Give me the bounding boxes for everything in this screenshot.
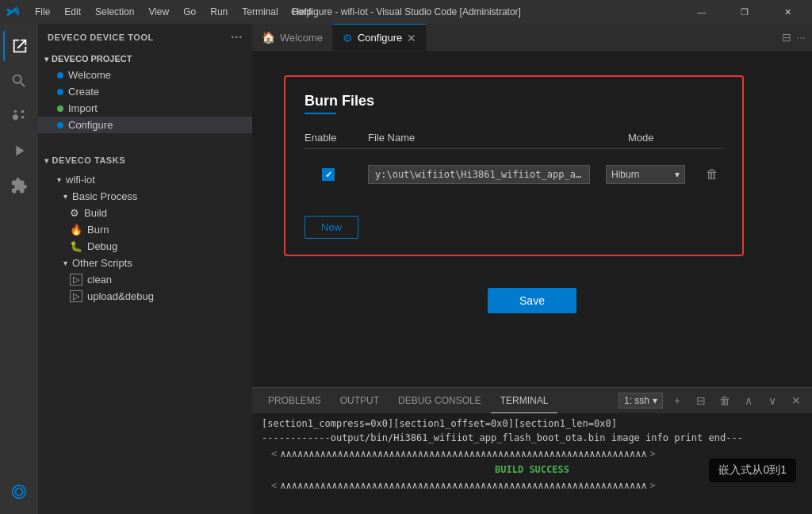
- burn-files-panel: Burn Files Enable File Name Mode ✓ y:\ou…: [284, 75, 744, 256]
- sidebar-item-wifi-iot[interactable]: ▾ wifi-iot: [38, 171, 252, 188]
- basic-process-chevron-icon: ▾: [63, 192, 67, 201]
- other-scripts-chevron-icon: ▾: [63, 259, 67, 267]
- build-success-line: BUILD SUCCESS: [262, 462, 802, 477]
- tab-configure[interactable]: ⚙ Configure ✕: [333, 24, 427, 51]
- sidebar-item-other-scripts[interactable]: ▾ Other Scripts: [38, 255, 252, 271]
- welcome-tab-label: Welcome: [280, 32, 323, 44]
- terminal-close-button[interactable]: ✕: [787, 391, 806, 410]
- sidebar-item-import[interactable]: Import: [38, 100, 252, 117]
- deveco-tool-label: DEVECO DEVICE TOOL: [48, 33, 154, 42]
- tab-problems[interactable]: PROBLEMS: [259, 388, 331, 413]
- explorer-activity-icon[interactable]: [3, 30, 35, 62]
- clean-label: clean: [87, 274, 112, 286]
- tab-output[interactable]: OUTPUT: [331, 388, 389, 413]
- sidebar-item-create[interactable]: Create: [38, 83, 252, 100]
- terminal-up-button[interactable]: ∧: [739, 391, 758, 410]
- configure-tab-close-button[interactable]: ✕: [407, 32, 416, 44]
- tab-terminal[interactable]: TERMINAL: [491, 388, 558, 413]
- terminal-session-label: 1: ssh: [624, 395, 649, 406]
- terminal-trash-button[interactable]: 🗑: [715, 391, 734, 410]
- menu-bar: File Edit Selection View Go Run Terminal…: [29, 5, 318, 19]
- burn-delete-button[interactable]: 🗑: [701, 163, 723, 186]
- scroll-left-icon[interactable]: <: [271, 448, 277, 459]
- sidebar-item-build[interactable]: ⚙ Build: [38, 205, 252, 221]
- deveco-activity-icon[interactable]: [3, 476, 35, 508]
- menu-selection[interactable]: Selection: [89, 5, 140, 19]
- scroll-left-2-icon[interactable]: <: [271, 480, 277, 491]
- minimize-button[interactable]: —: [684, 0, 720, 24]
- terminal-split-button[interactable]: ⊟: [691, 391, 710, 410]
- save-button[interactable]: Save: [488, 288, 576, 313]
- burn-mode-select[interactable]: Hiburn ▾: [606, 165, 685, 184]
- menu-go[interactable]: Go: [177, 5, 202, 19]
- terminal-scroll-content-1: ∧∧∧∧∧∧∧∧∧∧∧∧∧∧∧∧∧∧∧∧∧∧∧∧∧∧∧∧∧∧∧∧∧∧∧∧∧∧∧∧…: [280, 448, 646, 459]
- upload-debug-label: upload&debug: [87, 290, 154, 302]
- sidebar-item-debug[interactable]: 🐛 Debug: [38, 238, 252, 255]
- titlebar-left: File Edit Selection View Go Run Terminal…: [6, 5, 318, 19]
- burn-table-header: Enable File Name Mode: [304, 127, 723, 149]
- burn-filename-input[interactable]: y:\out\wifiiot\Hi3861_wifiiot_app_allino…: [368, 165, 590, 184]
- configure-tab-icon: ⚙: [343, 32, 353, 44]
- new-burn-file-button[interactable]: New: [304, 216, 358, 239]
- menu-terminal[interactable]: Terminal: [236, 5, 284, 19]
- editor-content: Burn Files Enable File Name Mode ✓ y:\ou…: [252, 52, 812, 387]
- run-debug-activity-icon[interactable]: [3, 135, 35, 167]
- build-label: Build: [84, 207, 107, 219]
- terminal-scroll-content-2: ∧∧∧∧∧∧∧∧∧∧∧∧∧∧∧∧∧∧∧∧∧∧∧∧∧∧∧∧∧∧∧∧∧∧∧∧∧∧∧∧…: [280, 480, 646, 491]
- tab-welcome[interactable]: 🏠 Welcome: [252, 24, 333, 51]
- upload-debug-icon: ▷: [70, 290, 82, 302]
- sidebar-header: DEVECO DEVICE TOOL ···: [38, 24, 252, 51]
- extensions-activity-icon[interactable]: [3, 170, 35, 201]
- sidebar-more-button[interactable]: ···: [231, 30, 243, 44]
- create-dot-icon: [57, 89, 63, 95]
- split-editor-icon[interactable]: ⊟: [782, 31, 791, 44]
- sidebar-item-configure[interactable]: Configure: [38, 117, 252, 133]
- scroll-right-2-icon[interactable]: >: [650, 480, 656, 491]
- burn-enable-checkbox[interactable]: ✓: [322, 168, 335, 181]
- col-enable-header: Enable: [304, 132, 352, 144]
- configure-label: Configure: [68, 119, 113, 131]
- close-button[interactable]: ✕: [769, 0, 806, 24]
- col-filename-header: File Name: [368, 132, 612, 144]
- maximize-button[interactable]: ❐: [726, 0, 763, 24]
- titlebar: File Edit Selection View Go Run Terminal…: [0, 0, 812, 24]
- sidebar-item-clean[interactable]: ▷ clean: [38, 271, 252, 288]
- sidebar-item-upload-debug[interactable]: ▷ upload&debug: [38, 288, 252, 305]
- tasks-section-label: DEVECO TASKS: [52, 155, 126, 165]
- burn-title-underline: [304, 113, 336, 114]
- terminal-session-select[interactable]: 1: ssh ▾: [619, 393, 663, 409]
- titlebar-buttons: — ❐ ✕: [684, 0, 806, 24]
- menu-file[interactable]: File: [29, 5, 56, 19]
- terminal-add-button[interactable]: +: [668, 391, 687, 410]
- burn-label: Burn: [87, 224, 109, 236]
- menu-edit[interactable]: Edit: [58, 5, 87, 19]
- debug-icon: 🐛: [70, 240, 82, 252]
- terminal-scroll-line-2: < ∧∧∧∧∧∧∧∧∧∧∧∧∧∧∧∧∧∧∧∧∧∧∧∧∧∧∧∧∧∧∧∧∧∧∧∧∧∧…: [262, 477, 802, 494]
- other-scripts-label: Other Scripts: [72, 257, 132, 269]
- project-chevron-icon: ▾: [44, 55, 48, 63]
- create-label: Create: [68, 86, 99, 98]
- terminal-controls: 1: ssh ▾ + ⊟ 🗑 ∧ ∨ ✕: [619, 391, 806, 410]
- menu-view[interactable]: View: [142, 5, 175, 19]
- menu-run[interactable]: Run: [204, 5, 234, 19]
- terminal-line-1: [section1_compress=0x0][section1_offset=…: [262, 416, 802, 431]
- sidebar-item-welcome[interactable]: Welcome: [38, 67, 252, 83]
- mode-value: Hiburn: [611, 169, 639, 180]
- search-activity-icon[interactable]: [3, 65, 35, 97]
- mode-chevron-icon: ▾: [675, 169, 680, 180]
- more-actions-icon[interactable]: ···: [796, 31, 806, 44]
- tab-debug-console[interactable]: DEBUG CONSOLE: [389, 388, 491, 413]
- terminal-session-chevron-icon: ▾: [653, 395, 657, 406]
- scroll-right-icon[interactable]: >: [650, 448, 656, 459]
- source-control-activity-icon[interactable]: [3, 100, 35, 132]
- welcome-tab-icon: 🏠: [262, 31, 275, 44]
- window-title: Configure - wifi-iot - Visual Studio Cod…: [291, 6, 521, 17]
- configure-tab-label: Configure: [358, 32, 402, 44]
- editor-area: 🏠 Welcome ⚙ Configure ✕ ⊟ ··· Burn Files…: [252, 24, 812, 514]
- terminal-down-button[interactable]: ∨: [763, 391, 782, 410]
- project-section-header[interactable]: ▾ DEVECO PROJECT: [38, 51, 252, 67]
- sidebar-item-burn[interactable]: 🔥 Burn: [38, 221, 252, 238]
- import-label: Import: [68, 102, 98, 114]
- tasks-section-header[interactable]: ▾ DEVECO TASKS: [38, 149, 252, 171]
- sidebar-item-basic-process[interactable]: ▾ Basic Process: [38, 188, 252, 205]
